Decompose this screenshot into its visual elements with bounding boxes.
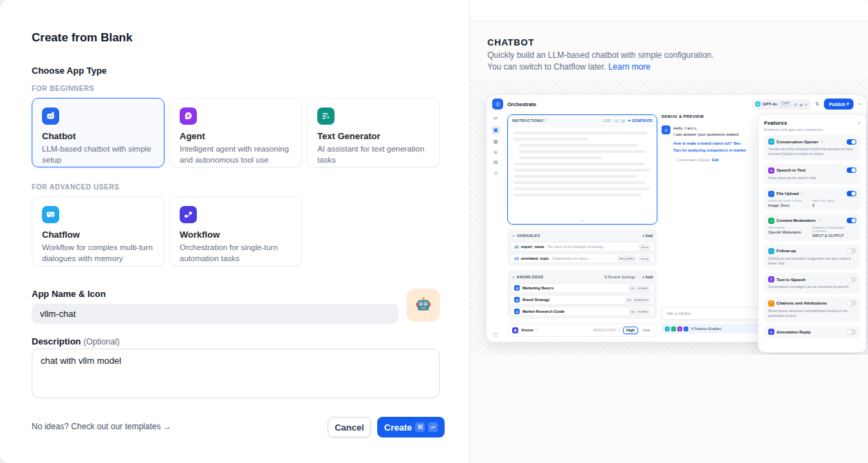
info-icon: ⓘ [617,329,621,332]
card-description: Workflow for complex multi-turn dialogue… [42,243,154,264]
add-knowledge-button[interactable]: + Add [642,275,653,279]
params-sliders-icon[interactable]: ⇅ [816,101,820,107]
edit-opener-link[interactable]: Edit [712,158,719,162]
feature-conversation-opener: ❝ Conversation Opener ⓘ You are an entit… [764,135,860,161]
app-type-card-workflow[interactable]: Workflow Orchestration for single-turn a… [169,196,302,266]
info-icon: ⓘ [535,329,538,332]
learn-more-link[interactable]: Learn more [608,62,650,72]
debug-column: DEBUG & PREVIEW ☺ Hello, I am L. I can a… [661,114,758,342]
list-icon[interactable]: ≣ [494,150,498,155]
instructions-panel[interactable]: INSTRUCTIONS ⓘ 2182 {x} ▤ ✦ GENERATE [507,114,657,225]
model-selector[interactable]: ✦ GPT-4o CHAT ⚙ ◉ ▾ [752,99,811,110]
card-title: Agent [180,131,292,141]
instructions-skeleton [508,127,657,201]
preview-app-header: ☺ Orchestrate ✦ GPT-4o CHAT ⚙ ◉ ▾ ⇅ Publ… [487,95,866,113]
feature-file-upload: ↑ File Upload ⓘ SUPPORT FILE TYPESImage,… [764,187,860,211]
rerank-settings-button[interactable]: ⇅ Rerank Settings [604,275,635,279]
token-count: 2182 [603,119,611,123]
sparkle-icon: ✦ [628,119,631,123]
document-icon: ▤ [514,285,520,291]
app-name-input[interactable] [32,304,399,324]
index-mode-badge: HQ · HYBRID [628,309,650,315]
variable-row[interactable]: {x} unrelated_topic A placeholder for to… [510,254,655,263]
microphone-icon: ● [768,167,774,174]
text-generator-icon [317,107,335,125]
cancel-button[interactable]: Cancel [328,417,371,438]
preview-hatched-area: ☺ Orchestrate ✦ GPT-4o CHAT ⚙ ◉ ▾ ⇅ Publ… [470,79,868,355]
model-view-icon: ◉ [799,102,803,107]
text-to-speech-toggle[interactable] [847,277,856,282]
exchange-icon[interactable]: ⇄ [494,116,498,121]
upload-mini-icon: ↑ [684,327,688,331]
suggested-question[interactable]: Tips for analyzing competitors in market [673,148,758,152]
agent-icon [180,107,197,125]
variable-row[interactable]: {x} expert_name The name of the strategi… [510,242,655,251]
orchestrate-nav-icon[interactable]: ▣ [491,126,500,134]
plus-icon: + [642,275,644,279]
info-icon: ⓘ [801,192,804,196]
type-badge: String [639,244,650,250]
card-title: Chatbot [42,131,154,141]
plus-icon: + [642,234,644,238]
follow-up-icon: ⋯ [768,248,774,254]
variables-icon[interactable]: {x} [614,119,618,123]
vision-row: ◉ Vision ⓘ RESOLUTION ⓘ High Low [507,323,657,337]
resize-handle[interactable]: ••• [580,218,584,223]
text-to-speech-icon: T [768,276,774,282]
generate-button[interactable]: ✦ GENERATE [628,119,653,123]
model-settings-icon: ⚙ [794,102,797,107]
annotation-reply-toggle[interactable] [847,329,856,335]
knowledge-row[interactable]: ▤ Brand Strategy HQ · INVERTED [510,295,655,305]
collapse-icon[interactable]: ▢ [487,332,505,338]
document-icon: ▤ [514,297,520,302]
caret-down-icon[interactable]: ∨ [512,234,515,238]
card-title: Text Generator [317,131,430,141]
variable-braces-icon: {x} [514,256,519,260]
features-panel: Features × Enhance web-app user experien… [758,114,867,353]
knowledge-row[interactable]: ▤ Marketing Basics HQ · HYBRID [510,283,655,293]
config-column: INSTRUCTIONS ⓘ 2182 {x} ▤ ✦ GENERATE [507,114,657,337]
index-mode-badge: HQ · HYBRID [628,285,650,291]
workflow-icon [180,206,197,223]
app-type-card-chatbot[interactable]: Chatbot LLM-based chatbot with simple se… [32,98,165,167]
app-type-card-chatflow[interactable]: Chatflow Workflow for complex multi-turn… [32,196,165,266]
gallery-icon[interactable]: ▦ [494,139,498,145]
copy-icon[interactable]: ▤ [622,119,625,123]
globe-icon[interactable]: ◎ [494,170,498,176]
file-upload-toggle[interactable] [847,191,856,196]
caret-down-icon[interactable]: ∨ [512,275,515,279]
required-badge: REQUIRED [617,256,637,262]
citations-toggle[interactable] [847,300,856,306]
feature-speech-to-text: ● Speech to Text Voice input can be used… [764,164,860,184]
content-moderation-toggle[interactable] [847,218,856,223]
close-icon[interactable]: × [858,121,860,125]
index-mode-badge: HQ · INVERTED [625,297,650,303]
templates-link[interactable]: No ideas? Check out our templates → [32,422,171,431]
document-icon: ▤ [514,309,520,314]
app-icon-button[interactable] [407,289,440,322]
feature-content-moderation: ✓ Content Moderation ⓘ PROVIDEROpenAI Mo… [764,214,860,241]
speech-to-text-toggle[interactable] [847,167,856,173]
conversation-opener-mini-icon: ❝ [665,327,670,331]
chatflow-icon [42,206,59,223]
beginner-app-cards: Chatbot LLM-based chatbot with simple se… [32,98,440,167]
add-variable-button[interactable]: + Add [642,234,653,238]
conversation-opener-toggle[interactable] [847,139,856,145]
create-button[interactable]: Create ⌘ ↵ [377,417,445,438]
app-name-label: App Name & Icon [32,289,106,299]
notes-icon[interactable]: ▤ [494,160,498,165]
description-textarea[interactable]: chat with vllm model [32,349,440,398]
vision-eye-icon: ◉ [512,327,518,333]
publish-button[interactable]: Publish ▾ [824,99,854,110]
description-label: Description (Optional) [32,336,120,347]
debug-preview-header: DEBUG & PREVIEW [661,114,758,119]
app-type-card-text-generator[interactable]: Text Generator AI assistant for text gen… [307,98,440,167]
suggested-question[interactable]: How to make a brand stand out? Bes [673,141,758,145]
history-clock-icon[interactable]: ◔ [857,101,860,107]
resolution-low-chip[interactable]: Low [640,327,653,333]
chat-input[interactable]: Talk to DifyBot [661,307,765,320]
app-type-card-agent[interactable]: Agent Intelligent agent with reasoning a… [169,98,302,167]
resolution-high-chip[interactable]: High [623,327,638,334]
knowledge-row[interactable]: ▤ Market Research Guide HQ · HYBRID [510,307,655,316]
follow-up-toggle[interactable] [847,248,856,254]
